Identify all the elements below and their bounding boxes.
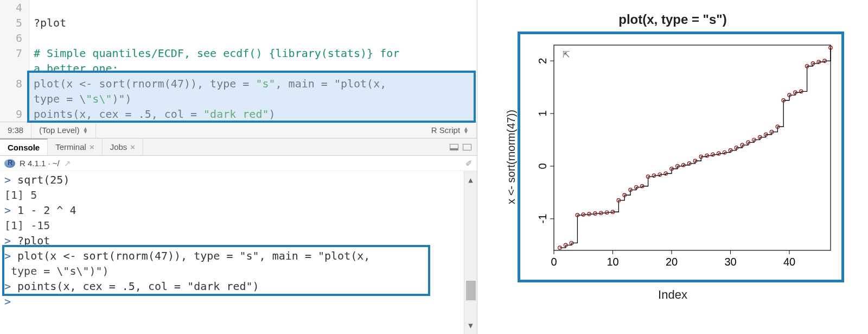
console[interactable]: > sqrt(25)[1] 5> 1 - 2 ^ 4[1] -15> ?plot… [0,171,477,334]
r-version-text: R 4.1.1 · ~/ [20,159,60,168]
console-line: > [4,294,473,309]
left-pane: 456789 ?plot# Simple quantiles/ECDF, see… [0,0,477,334]
console-header: R 4.1.1 · ~/ ↗ ✐ [0,156,477,171]
svg-text:0: 0 [551,256,557,268]
svg-text:40: 40 [783,256,795,268]
svg-text:1: 1 [537,110,548,116]
svg-rect-0 [554,45,831,250]
code-line[interactable] [34,30,473,46]
tab-jobs[interactable]: Jobs× [103,138,143,155]
lang-label: R Script [431,125,460,135]
console-line: > points(x, cex = .5, col = "dark red") [4,279,473,294]
plot-ylabel: x <- sort(rnorm(47)) [502,110,518,204]
code-line[interactable]: # Simple quantiles/ECDF, see ecdf() {lib… [34,46,473,61]
clear-console-icon[interactable]: ✐ [465,159,473,168]
console-line: [1] 5 [4,187,473,203]
console-line: > sqrt(25) [4,172,473,187]
plot-wrap: x <- sort(rnorm(47)) ⇱ 010203040-1012 [502,31,844,282]
pane-window-controls [444,144,477,150]
tab-label: Jobs [110,142,127,152]
console-tabs: ConsoleTerminal×Jobs× [0,138,477,156]
cursor-position: 9:38 [0,122,31,138]
editor-status-bar: 9:38 (Top Level) ▲▼ R Script ▲▼ [0,122,477,138]
minimize-pane-icon[interactable] [450,144,458,150]
tab-console[interactable]: Console [0,138,48,155]
scroll-down-icon[interactable]: ▼ [468,317,473,334]
scope-label: (Top Level) [39,125,79,135]
svg-text:2: 2 [537,58,548,64]
plot-xlabel: Index [658,288,687,302]
plot-canvas: 010203040-1012 [524,37,838,276]
code-line[interactable]: plot(x <- sort(rnorm(47)), type = "s", m… [34,76,473,91]
console-line: > 1 - 2 ^ 4 [4,203,473,218]
code-line[interactable] [34,0,473,15]
svg-text:-1: -1 [537,214,548,224]
cursor-pos-text: 9:38 [8,125,23,135]
line-gutter: 456789 [0,0,29,122]
code-line[interactable]: ?plot [34,15,473,30]
plot-frame: ⇱ 010203040-1012 [518,31,844,282]
close-icon[interactable]: × [130,142,135,152]
updown-icon: ▲▼ [82,127,88,134]
tab-label: Terminal [55,142,86,152]
plot-pane: plot(x, type = "s") x <- sort(rnorm(47))… [477,0,868,334]
svg-text:10: 10 [607,256,618,268]
console-line: [1] -15 [4,218,473,233]
tab-terminal[interactable]: Terminal× [48,138,102,155]
scrollbar[interactable]: ▲ ▼ [464,171,477,334]
code-line[interactable]: a better one: [34,61,473,76]
svg-text:30: 30 [724,256,736,268]
svg-text:0: 0 [537,163,548,169]
updown-icon: ▲▼ [463,127,469,134]
code-line[interactable]: type = \"s\")") [34,91,473,106]
console-line: > plot(x <- sort(rnorm(47)), type = "s",… [4,248,473,263]
r-logo-icon [4,159,15,168]
console-line: type = \"s\")") [4,263,473,279]
console-line: > ?plot [4,233,473,248]
scope-selector[interactable]: (Top Level) ▲▼ [31,122,96,138]
scroll-up-icon[interactable]: ▲ [468,171,473,188]
share-icon[interactable]: ↗ [64,159,71,168]
scroll-thumb[interactable] [466,281,476,300]
close-icon[interactable]: × [90,142,94,152]
tab-label: Console [8,143,40,152]
source-editor[interactable]: 456789 ?plot# Simple quantiles/ECDF, see… [0,0,477,122]
code-body[interactable]: ?plot# Simple quantiles/ECDF, see ecdf()… [29,0,477,122]
plot-title: plot(x, type = "s") [618,12,726,27]
language-selector[interactable]: R Script ▲▼ [424,122,477,138]
svg-text:20: 20 [665,256,677,268]
code-line[interactable]: points(x, cex = .5, col = "dark red") [34,106,473,122]
maximize-pane-icon[interactable] [463,144,471,150]
